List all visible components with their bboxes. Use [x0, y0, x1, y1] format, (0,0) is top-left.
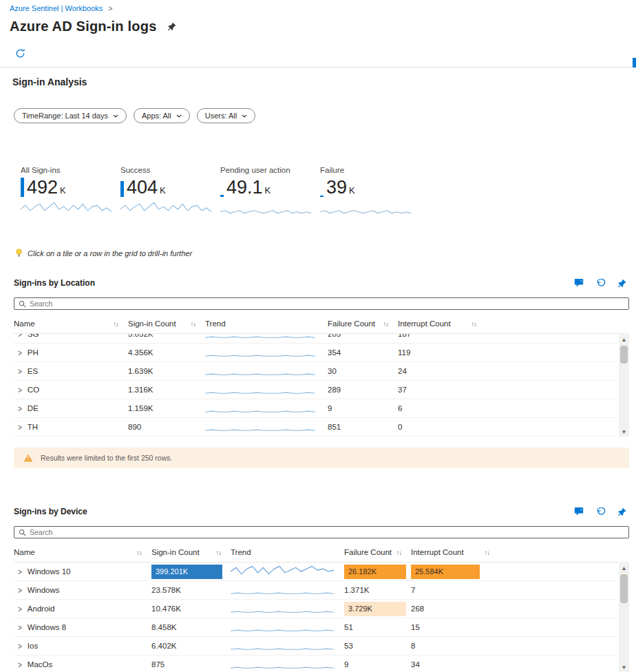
tile-success[interactable]: Success 404 K [120, 166, 220, 217]
interrupt-count-cell: 268 [411, 600, 499, 618]
lightbulb-icon [15, 249, 23, 258]
signin-count-cell: 890 [128, 418, 205, 436]
scroll-down-icon[interactable]: ▼ [619, 427, 629, 437]
undo-icon[interactable] [596, 279, 606, 288]
tile-all-signins[interactable]: All Sign-ins 492 K [21, 166, 120, 217]
sparkline [231, 660, 334, 670]
feedback-icon[interactable] [574, 507, 584, 516]
sort-icon[interactable]: ↑↓ [114, 320, 119, 328]
sort-icon[interactable]: ↑↓ [396, 549, 402, 556]
breadcrumb-chevron-icon: > [108, 5, 112, 12]
signin-count-cell: 399.201K [151, 563, 231, 580]
tile-failure[interactable]: Failure 39 K [320, 166, 420, 217]
expand-chevron-icon[interactable]: > [18, 385, 22, 395]
table-row-macos[interactable]: >MacOs875934 [14, 655, 617, 672]
tile-value: 404 [127, 178, 158, 197]
title-row: Azure AD Sign-in logs [0, 12, 636, 34]
table-body: >SG5.052K205187>PH4.356K354119>ES1.639K3… [14, 333, 629, 437]
scroll-down-icon[interactable]: ▼ [619, 662, 629, 672]
sparkline [205, 348, 315, 358]
tile-pending-user-action[interactable]: Pending user action 49.1 K [220, 166, 320, 217]
filter-apps[interactable]: Apps: All [134, 108, 190, 123]
failure-count-cell: 205 [328, 334, 398, 343]
row-name: >Ios [14, 637, 151, 655]
table-row-windows[interactable]: >Windows23.578K1.371K7 [14, 581, 617, 600]
table-row-co[interactable]: >CO1.316K28937 [14, 381, 617, 399]
warning-icon [23, 454, 33, 462]
vertical-scrollbar[interactable]: ▲ ▼ [619, 335, 629, 437]
failure-count-cell: 1.371K [344, 581, 411, 599]
interrupt-count-cell: 6 [398, 399, 486, 417]
expand-chevron-icon[interactable]: > [18, 622, 22, 632]
sort-icon[interactable]: ↑↓ [216, 549, 222, 556]
filter-users[interactable]: Users: All [197, 108, 255, 123]
tile-unit: K [160, 185, 166, 196]
table-row-ios[interactable]: >Ios6.402K538 [14, 637, 617, 655]
search-box [14, 297, 629, 310]
expand-chevron-icon[interactable]: > [18, 422, 22, 432]
interrupt-count-cell: 15 [411, 618, 499, 636]
expand-chevron-icon[interactable]: > [18, 604, 22, 613]
breadcrumb-link[interactable]: Azure Sentinel | Workbooks [10, 4, 103, 12]
row-name: >ES [14, 362, 128, 380]
table-row-windows-10[interactable]: >Windows 10399.201K26.182K25.584K [14, 563, 617, 581]
expand-chevron-icon[interactable]: > [18, 366, 22, 376]
interrupt-count-cell: 7 [411, 581, 499, 599]
grid-header: Sign-ins by Device [14, 507, 629, 516]
trend-cell [231, 563, 344, 580]
sparkline [205, 422, 315, 432]
interrupt-count-cell: 187 [398, 334, 486, 343]
row-name: >Android [14, 600, 151, 618]
expand-chevron-icon[interactable]: > [18, 567, 22, 576]
expand-chevron-icon[interactable]: > [18, 641, 22, 651]
sort-icon[interactable]: ↑↓ [383, 320, 389, 328]
search-icon [19, 529, 26, 536]
signins-by-device-section: Sign-ins by Device Name↑↓ Sign-in C [0, 507, 636, 672]
search-input[interactable] [26, 300, 628, 308]
table-row-th[interactable]: >TH8908510 [14, 418, 617, 437]
window-scrollbar-thumb[interactable] [633, 58, 636, 67]
sort-icon[interactable]: ↑↓ [137, 549, 142, 556]
table-row-android[interactable]: >Android10.476K3.729K268 [14, 600, 617, 618]
failure-count-cell: 289 [328, 381, 398, 399]
expand-chevron-icon[interactable]: > [18, 403, 22, 413]
feedback-icon[interactable] [574, 278, 584, 288]
sort-icon[interactable]: ↑↓ [191, 320, 196, 328]
signin-count-cell: 23.578K [151, 581, 231, 599]
scroll-up-icon[interactable]: ▲ [619, 335, 629, 344]
expand-chevron-icon[interactable]: > [18, 585, 22, 595]
table-row-es[interactable]: >ES1.639K3024 [14, 362, 617, 381]
row-name: >DE [14, 399, 128, 417]
tip-text: Click on a tile or a row in the grid to … [28, 249, 192, 258]
scrollbar-thumb[interactable] [620, 346, 628, 364]
pin-icon[interactable] [617, 507, 626, 516]
sort-icon[interactable]: ↑↓ [485, 549, 490, 556]
table-row-sg[interactable]: >SG5.052K205187 [14, 334, 617, 344]
chevron-down-icon [242, 114, 247, 118]
table-row-de[interactable]: >DE1.159K96 [14, 399, 617, 418]
table-header: Name↑↓ Sign-in Count↑↓ Trend Failure Cou… [14, 548, 629, 562]
undo-icon[interactable] [596, 507, 606, 516]
tile-unit: K [60, 185, 66, 196]
expand-chevron-icon[interactable]: > [18, 334, 22, 339]
pin-icon[interactable] [167, 22, 176, 31]
expand-chevron-icon[interactable]: > [18, 348, 22, 357]
pin-icon[interactable] [617, 279, 626, 288]
row-name: >Windows [14, 581, 151, 599]
sparkline [205, 366, 315, 377]
search-input[interactable] [26, 528, 628, 536]
filter-timerange[interactable]: TimeRange: Last 14 days [14, 108, 127, 123]
scroll-up-icon[interactable]: ▲ [619, 563, 629, 573]
table-row-windows-8[interactable]: >Windows 88.458K5115 [14, 618, 617, 637]
tile-unit: K [265, 185, 271, 196]
scrollbar-thumb[interactable] [620, 574, 628, 603]
trend-cell [231, 581, 344, 599]
interrupt-count-cell: 37 [398, 381, 486, 399]
failure-count-cell: 354 [328, 344, 398, 361]
sort-icon[interactable]: ↑↓ [471, 320, 477, 328]
table-row-ph[interactable]: >PH4.356K354119 [14, 344, 617, 362]
refresh-icon[interactable] [15, 48, 25, 59]
trend-cell [205, 399, 328, 417]
expand-chevron-icon[interactable]: > [18, 660, 22, 669]
vertical-scrollbar[interactable]: ▲ ▼ [619, 563, 629, 672]
